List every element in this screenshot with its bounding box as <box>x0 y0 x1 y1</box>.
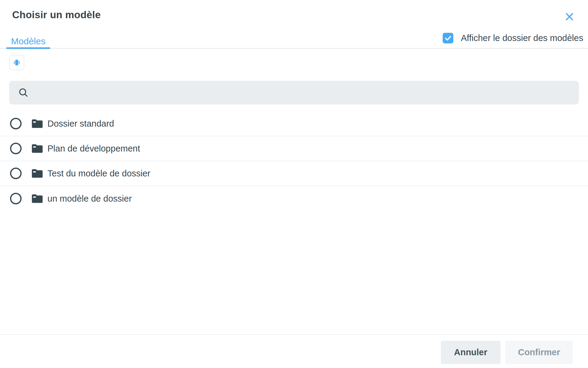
search-icon <box>18 87 29 98</box>
tab-modeles-label: Modèles <box>11 36 45 46</box>
radio-button[interactable] <box>10 193 22 204</box>
radio-button[interactable] <box>10 168 22 179</box>
template-label: Dossier standard <box>47 119 114 129</box>
template-label: Test du modèle de dossier <box>47 169 150 179</box>
template-row-plan-de-developpement[interactable]: Plan de développement <box>0 136 588 161</box>
search-input[interactable] <box>35 81 573 104</box>
tab-modeles[interactable]: Modèles <box>6 33 50 49</box>
cancel-button[interactable]: Annuler <box>441 341 500 364</box>
close-button[interactable] <box>562 9 577 24</box>
template-list: Dossier standard Plan de développement T… <box>0 111 588 211</box>
template-row-test-du-modele[interactable]: Test du modèle de dossier <box>0 161 588 186</box>
show-templates-checkbox-label: Afficher le dossier des modèles <box>461 33 583 43</box>
radio-button[interactable] <box>10 143 22 154</box>
folder-icon <box>32 144 43 154</box>
view-carousel-icon <box>12 58 21 67</box>
template-row-dossier-standard[interactable]: Dossier standard <box>0 111 588 136</box>
footer-divider <box>0 334 588 335</box>
confirm-button[interactable]: Confirmer <box>505 341 573 364</box>
template-label: un modèle de dossier <box>47 194 132 204</box>
checkbox-checked-icon <box>443 33 453 43</box>
template-row-un-modele[interactable]: un modèle de dossier <box>0 186 588 211</box>
radio-button[interactable] <box>10 118 22 129</box>
view-toggle-button[interactable] <box>9 55 24 70</box>
folder-icon <box>32 169 43 179</box>
template-label: Plan de développement <box>47 144 140 154</box>
dialog-title: Choisir un modèle <box>12 9 101 21</box>
tab-active-underline <box>6 47 50 49</box>
show-templates-checkbox[interactable]: Afficher le dossier des modèles <box>443 33 583 43</box>
folder-icon <box>32 194 43 204</box>
tabbar-divider <box>0 48 588 49</box>
search-bar <box>9 81 579 104</box>
choose-template-dialog: Choisir un modèle Modèles Afficher le do… <box>0 0 588 368</box>
close-x-icon <box>564 11 575 22</box>
folder-icon <box>32 119 43 129</box>
